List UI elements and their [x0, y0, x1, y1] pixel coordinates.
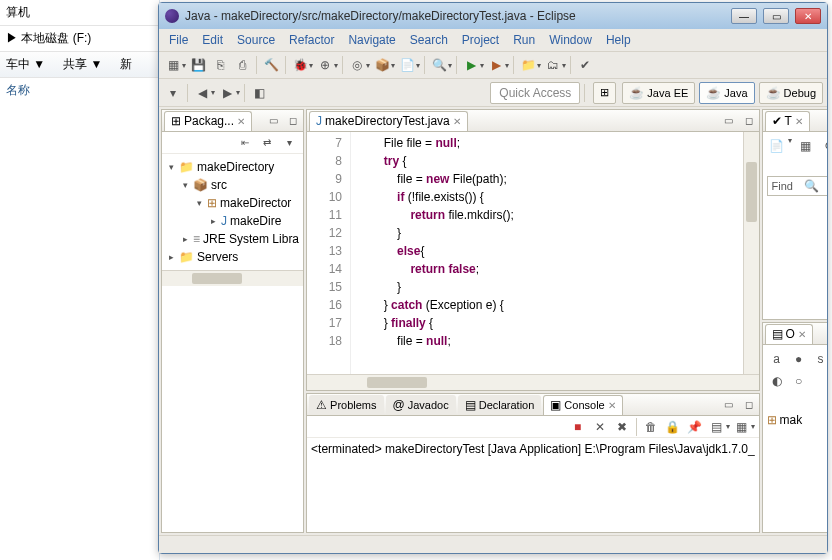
close-button[interactable]: ✕ [795, 8, 821, 24]
explorer-organize-btn[interactable]: 车中 ▼ [6, 56, 45, 73]
menu-refactor[interactable]: Refactor [289, 33, 334, 47]
minimize-view-button[interactable]: ▭ [721, 397, 737, 413]
package-node-icon: ⊞ [767, 413, 777, 427]
task-list-tab[interactable]: ✔ T ✕ [765, 111, 810, 131]
open-perspective-button[interactable]: ⊞ [593, 82, 616, 104]
hide-non-public-button[interactable]: ◐ [767, 371, 787, 391]
find-input[interactable]: Find 🔍 ▾ [767, 176, 827, 196]
run-last-button[interactable]: ▶ [486, 55, 506, 75]
tab-problems[interactable]: ⚠Problems [309, 395, 383, 415]
new-button[interactable]: ▦ [163, 55, 183, 75]
new-package-button[interactable]: 📦 [372, 55, 392, 75]
open-console-button[interactable]: ▦ [732, 417, 752, 437]
save-all-button[interactable]: ⎘ [210, 55, 230, 75]
menu-window[interactable]: Window [549, 33, 592, 47]
close-icon[interactable]: ✕ [237, 116, 245, 127]
task-list-view: ✔ T ✕ ◻ 📄▾ ▦ ⟳ ▾ Find [762, 109, 827, 320]
outline-tab[interactable]: ▤ O ✕ [765, 324, 813, 344]
menu-file[interactable]: File [169, 33, 188, 47]
forward-button[interactable]: ▶ [217, 83, 237, 103]
menu-source[interactable]: Source [237, 33, 275, 47]
perspective-debug[interactable]: ☕Debug [759, 82, 823, 104]
minimize-button[interactable]: — [731, 8, 757, 24]
sort-button[interactable]: a [767, 349, 787, 369]
editor-hscroll[interactable] [307, 374, 759, 390]
new-server-button[interactable]: 📁 [518, 55, 538, 75]
code-lines[interactable]: File file = null; try { file = new File(… [351, 132, 743, 374]
sync-button[interactable]: ⟳ [820, 136, 827, 156]
menu-navigate[interactable]: Navigate [348, 33, 395, 47]
pkg-hscroll[interactable] [162, 270, 303, 286]
maximize-button[interactable]: ▭ [763, 8, 789, 24]
package-tree[interactable]: ▾📁makeDirectory ▾📦src ▾⊞makeDirector ▸Jm… [162, 154, 303, 270]
package-explorer-tab[interactable]: ⊞ Packag... ✕ [164, 111, 252, 131]
save-button[interactable]: 💾 [188, 55, 208, 75]
scroll-lock-button[interactable]: 🔒 [663, 417, 683, 437]
run-button[interactable]: ▶ [461, 55, 481, 75]
open-type-button[interactable]: 📄 [397, 55, 417, 75]
maximize-view-button[interactable]: ◻ [285, 113, 301, 129]
maximize-view-button[interactable]: ◻ [826, 326, 827, 342]
categorize-button[interactable]: ▦ [796, 136, 816, 156]
titlebar[interactable]: Java - makeDirectory/src/makeDirectory/m… [159, 3, 827, 29]
close-icon[interactable]: ✕ [608, 400, 616, 411]
collapse-all-button[interactable]: ⇤ [237, 135, 253, 151]
new-project-button[interactable]: 🗂 [543, 55, 563, 75]
quick-access-input[interactable]: Quick Access [490, 82, 580, 104]
task-button[interactable]: ✔ [575, 55, 595, 75]
close-icon[interactable]: ✕ [453, 116, 461, 127]
new-class-button[interactable]: ◎ [347, 55, 367, 75]
back-button[interactable]: ◀ [192, 83, 212, 103]
menu-search[interactable]: Search [410, 33, 448, 47]
close-icon[interactable]: ✕ [795, 116, 803, 127]
maximize-view-button[interactable]: ◻ [826, 113, 827, 129]
build-button[interactable]: 🔨 [261, 55, 281, 75]
editor-vscroll[interactable] [743, 132, 759, 374]
view-menu-button[interactable]: ▾ [281, 135, 297, 151]
code-editor[interactable]: 789101112131415161718 File file = null; … [307, 132, 759, 374]
maximize-view-button[interactable]: ◻ [741, 397, 757, 413]
remove-launch-button[interactable]: ✕ [590, 417, 610, 437]
nav-dropdown-button[interactable]: ▾ [163, 83, 183, 103]
explorer-file-list[interactable] [0, 103, 140, 560]
debug-button[interactable]: 🐞 [290, 55, 310, 75]
minimize-view-button[interactable]: ▭ [721, 113, 737, 129]
java-file-icon: J [316, 114, 322, 128]
explorer-breadcrumb[interactable]: ▶ 本地磁盘 (F:) [0, 26, 159, 52]
explorer-window: 算机 ▶ 本地磁盘 (F:) 车中 ▼ 共享 ▼ 新 名称 [0, 0, 160, 560]
coverage-button[interactable]: ⊕ [315, 55, 335, 75]
display-selected-button[interactable]: ▤ [707, 417, 727, 437]
editor-view: J makeDirectoryTest.java ✕ ▭ ◻ 789101112… [306, 109, 760, 391]
bottom-panel: ⚠Problems@Javadoc▤Declaration▣Console ✕ … [306, 393, 760, 533]
hide-static-button[interactable]: s [811, 349, 827, 369]
link-editor-button[interactable]: ⇄ [259, 135, 275, 151]
new-task-button[interactable]: 📄 [767, 136, 787, 156]
tab-declaration[interactable]: ▤Declaration [458, 395, 542, 415]
menu-edit[interactable]: Edit [202, 33, 223, 47]
perspective-java[interactable]: ☕Java [699, 82, 754, 104]
minimize-view-button[interactable]: ▭ [265, 113, 281, 129]
hide-local-button[interactable]: ○ [789, 371, 809, 391]
menu-run[interactable]: Run [513, 33, 535, 47]
tab-console[interactable]: ▣Console ✕ [543, 395, 622, 415]
terminate-button[interactable]: ■ [568, 417, 588, 437]
hide-fields-button[interactable]: ● [789, 349, 809, 369]
perspective-java-ee[interactable]: ☕Java EE [622, 82, 695, 104]
console-output[interactable]: <terminated> makeDirectoryTest [Java App… [307, 438, 759, 532]
print-button[interactable]: ⎙ [232, 55, 252, 75]
explorer-column-name[interactable]: 名称 [0, 78, 159, 103]
explorer-new-btn[interactable]: 新 [120, 56, 132, 73]
pin-console-button[interactable]: 📌 [685, 417, 705, 437]
menu-help[interactable]: Help [606, 33, 631, 47]
search-button[interactable]: 🔍 [429, 55, 449, 75]
explorer-share-btn[interactable]: 共享 ▼ [63, 56, 102, 73]
menu-project[interactable]: Project [462, 33, 499, 47]
clear-console-button[interactable]: 🗑 [641, 417, 661, 437]
editor-tab[interactable]: J makeDirectoryTest.java ✕ [309, 111, 468, 131]
tab-javadoc[interactable]: @Javadoc [386, 395, 456, 415]
remove-all-button[interactable]: ✖ [612, 417, 632, 437]
dropdown-icon[interactable]: ▾ [821, 179, 827, 193]
maximize-view-button[interactable]: ◻ [741, 113, 757, 129]
pin-button[interactable]: ◧ [249, 83, 269, 103]
close-icon[interactable]: ✕ [798, 329, 806, 340]
